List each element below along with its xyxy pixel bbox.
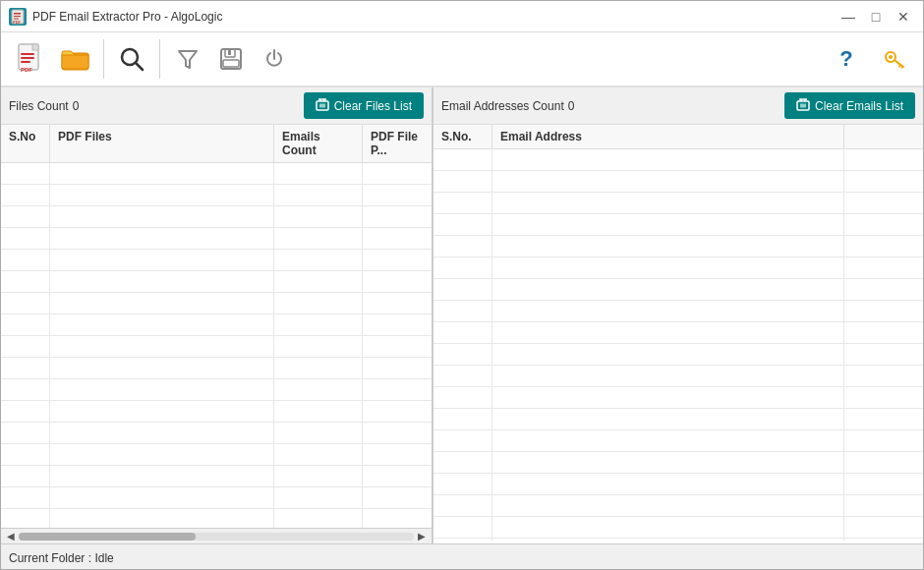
table-row [1, 250, 432, 271]
col-pdf-path: PDF File P... [363, 125, 432, 162]
scrollbar-thumb[interactable] [19, 533, 196, 541]
files-count-value: 0 [73, 99, 80, 113]
table-row [433, 322, 923, 344]
question-mark-icon: ? [839, 46, 852, 72]
table-row [1, 509, 432, 528]
col-extra [844, 125, 923, 148]
table-row [1, 358, 432, 379]
power-button[interactable] [253, 37, 296, 81]
col-pdf-files: PDF Files [50, 125, 274, 162]
table-row [433, 366, 923, 387]
table-row [1, 314, 432, 336]
svg-rect-19 [223, 60, 239, 67]
key-icon [882, 47, 905, 71]
svg-marker-16 [179, 51, 197, 68]
svg-rect-1 [14, 13, 21, 15]
table-row [433, 409, 923, 430]
table-row [1, 423, 432, 444]
folder-icon [61, 46, 90, 72]
table-row [433, 344, 923, 366]
scroll-left-arrow[interactable]: ◀ [3, 529, 19, 544]
left-panel: Files Count 0 Clear Files List [1, 87, 433, 543]
table-row [433, 257, 923, 279]
col-sno-email: S.No. [433, 125, 492, 148]
status-bar: Current Folder : Idle [1, 543, 923, 570]
col-sno: S.No [1, 125, 50, 162]
svg-point-26 [889, 55, 893, 59]
power-icon [263, 48, 285, 70]
save-icon [219, 47, 243, 71]
window-title: PDF Email Extractor Pro - AlgoLogic [32, 10, 837, 24]
table-row [433, 149, 923, 171]
clear-files-list-button[interactable]: Clear Files List [304, 92, 424, 119]
table-row [1, 206, 432, 228]
table-row [433, 387, 923, 409]
status-label: Current Folder : [9, 551, 91, 565]
table-row [433, 495, 923, 517]
svg-rect-2 [14, 16, 21, 17]
toolbar: PDF [1, 32, 923, 87]
window-controls: — □ ✕ [837, 5, 915, 28]
table-row [433, 236, 923, 257]
svg-rect-10 [21, 61, 30, 63]
scrollbar-track[interactable] [19, 533, 414, 541]
toolbar-right: ? [825, 37, 915, 81]
emails-count-value: 0 [568, 99, 575, 113]
toolbar-separator-2 [159, 39, 160, 79]
horizontal-scrollbar[interactable]: ◀ ▶ [1, 528, 432, 543]
clear-emails-list-button[interactable]: Clear Emails List [784, 92, 915, 119]
close-button[interactable]: ✕ [892, 5, 915, 28]
svg-rect-9 [21, 57, 34, 59]
emails-table-header: S.No. Email Address [433, 125, 923, 149]
status-value: Idle [94, 551, 113, 565]
svg-rect-7 [32, 44, 38, 50]
table-row [1, 444, 432, 466]
table-row [1, 185, 432, 206]
svg-rect-20 [228, 50, 231, 55]
add-pdf-button[interactable]: PDF [9, 37, 52, 81]
clear-files-btn-label: Clear Files List [334, 99, 412, 113]
svg-rect-8 [21, 53, 34, 55]
title-bar: PDF PDF Email Extractor Pro - AlgoLogic … [1, 1, 923, 32]
svg-line-15 [136, 63, 143, 70]
save-button[interactable] [209, 37, 253, 81]
clear-emails-btn-label: Clear Emails List [815, 99, 903, 113]
emails-count-label: Email Addresses Count [441, 99, 564, 113]
scroll-right-arrow[interactable]: ▶ [414, 529, 430, 544]
filter-icon [177, 48, 199, 70]
help-button[interactable]: ? [825, 37, 868, 81]
filter-button[interactable] [166, 37, 209, 81]
table-row [1, 163, 432, 185]
table-row [1, 379, 432, 401]
files-table-header: S.No PDF Files Emails Count PDF File P..… [1, 125, 432, 163]
svg-text:PDF: PDF [13, 20, 22, 25]
license-button[interactable] [872, 37, 915, 81]
maximize-button[interactable]: □ [864, 5, 888, 28]
svg-rect-13 [62, 55, 88, 69]
table-row [1, 271, 432, 293]
col-email-address: Email Address [492, 125, 844, 148]
table-row [433, 171, 923, 193]
table-row [1, 336, 432, 358]
emails-table-rows [433, 149, 923, 541]
table-row [433, 430, 923, 452]
table-row [433, 301, 923, 322]
emails-table: S.No. Email Address [433, 125, 923, 543]
table-row [433, 214, 923, 236]
toolbar-separator-1 [103, 39, 104, 79]
right-panel: Email Addresses Count 0 Clear Emails Lis… [433, 87, 923, 543]
clear-files-icon [316, 97, 329, 114]
table-row [433, 193, 923, 214]
clear-emails-icon [796, 97, 810, 114]
table-row [1, 401, 432, 423]
search-icon [119, 46, 144, 72]
table-row [1, 466, 432, 487]
right-panel-header: Email Addresses Count 0 Clear Emails Lis… [433, 87, 923, 125]
pdf-file-icon: PDF [17, 43, 44, 75]
files-count-label: Files Count [9, 99, 69, 113]
table-row [1, 228, 432, 250]
minimize-button[interactable]: — [837, 5, 860, 28]
app-icon: PDF [9, 8, 27, 26]
open-folder-button[interactable] [54, 37, 97, 81]
search-button[interactable] [110, 37, 153, 81]
